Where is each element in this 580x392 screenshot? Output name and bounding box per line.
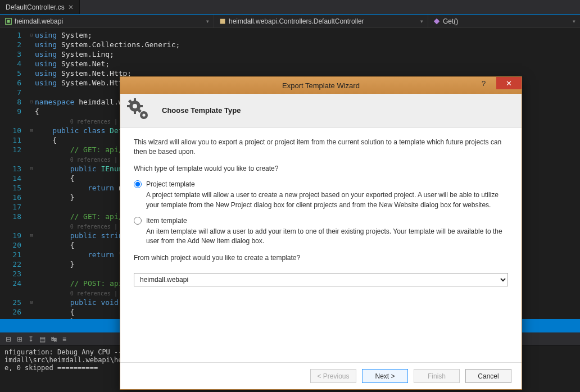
cancel-button[interactable]: Cancel <box>465 369 511 383</box>
breadcrumb: heimdall.webapi ▾ heimdall.webapi.Contro… <box>0 15 580 28</box>
output-toolbar-icon[interactable]: ≡ <box>62 335 66 343</box>
radio-item-template[interactable]: Item template <box>134 217 508 225</box>
document-tabs: DefaultController.cs ✕ <box>0 0 580 15</box>
method-icon <box>433 17 441 25</box>
dialog-header: Choose Template Type <box>120 94 522 127</box>
help-button[interactable]: ? <box>471 77 496 89</box>
svg-rect-6 <box>134 98 136 102</box>
finish-button: Finish <box>414 369 460 383</box>
radio-item-template-input[interactable] <box>134 217 142 225</box>
dialog-titlebar[interactable]: Export Template Wizard ? ✕ <box>120 77 522 94</box>
radio-project-template[interactable]: Project template <box>134 180 508 188</box>
dialog-heading: Choose Template Type <box>162 106 241 115</box>
tab-default-controller[interactable]: DefaultController.cs ✕ <box>0 0 80 14</box>
svg-rect-7 <box>134 111 136 114</box>
breadcrumb-method[interactable]: Get() ▾ <box>428 15 580 28</box>
output-toolbar-icon[interactable]: ↧ <box>28 335 34 343</box>
chevron-down-icon[interactable]: ▾ <box>573 19 576 24</box>
close-icon[interactable]: ✕ <box>68 3 74 11</box>
output-text: nfiguration: Debug Any CPU --- imdall\sr… <box>4 348 126 372</box>
breadcrumb-class-label: heimdall.webapi.Controllers.DefaultContr… <box>229 17 364 25</box>
output-toolbar-icon[interactable]: ⊟ <box>6 335 11 343</box>
previous-button: < Previous <box>310 369 356 383</box>
radio-project-template-desc: A project template will allow a user to … <box>146 190 508 210</box>
line-number-gutter: 1234567891011121314151617181920212223242… <box>0 28 28 319</box>
dialog-footer: < Previous Next > Finish Cancel <box>120 362 522 389</box>
dialog-body: This wizard will allow you to export a p… <box>120 127 522 362</box>
radio-item-template-desc: An item template will allow a user to ad… <box>146 227 508 247</box>
breadcrumb-namespace-label: heimdall.webapi <box>15 17 63 25</box>
dialog-intro: This wizard will allow you to export a p… <box>134 138 508 157</box>
next-button[interactable]: Next > <box>362 369 408 383</box>
breadcrumb-class[interactable]: heimdall.webapi.Controllers.DefaultContr… <box>214 15 428 28</box>
project-select[interactable]: heimdall.webapi <box>134 273 508 286</box>
radio-project-template-label: Project template <box>146 180 195 188</box>
breadcrumb-method-label: Get() <box>443 17 458 25</box>
svg-point-13 <box>142 113 145 116</box>
namespace-icon <box>4 17 12 25</box>
output-toolbar-icon[interactable]: ▤ <box>39 335 46 343</box>
chevron-down-icon[interactable]: ▾ <box>420 19 423 24</box>
svg-rect-8 <box>127 105 130 107</box>
svg-rect-9 <box>139 105 143 107</box>
tab-label: DefaultController.cs <box>6 3 65 11</box>
dialog-question: Which type of template would you like to… <box>134 164 508 174</box>
svg-rect-1 <box>7 20 10 22</box>
gears-icon <box>126 97 153 124</box>
dialog-title-text: Export Template Wizard <box>282 81 360 90</box>
svg-marker-3 <box>434 18 440 24</box>
radio-project-template-input[interactable] <box>134 180 142 188</box>
breadcrumb-namespace[interactable]: heimdall.webapi ▾ <box>0 15 214 28</box>
output-toolbar-icon[interactable]: ⊞ <box>17 335 22 343</box>
svg-point-5 <box>133 104 137 108</box>
radio-item-template-label: Item template <box>146 217 187 225</box>
svg-rect-2 <box>220 19 225 24</box>
chevron-down-icon[interactable]: ▾ <box>206 19 209 24</box>
output-toolbar-icon[interactable]: ↹ <box>51 335 57 343</box>
project-select-label: From which project would you like to cre… <box>134 253 508 263</box>
fold-column: ⊟⊟⊟⊟⊟⊟ <box>28 28 35 319</box>
class-icon <box>219 17 226 25</box>
close-button[interactable]: ✕ <box>496 77 522 89</box>
export-template-wizard-dialog: Export Template Wizard ? ✕ <box>120 76 522 390</box>
